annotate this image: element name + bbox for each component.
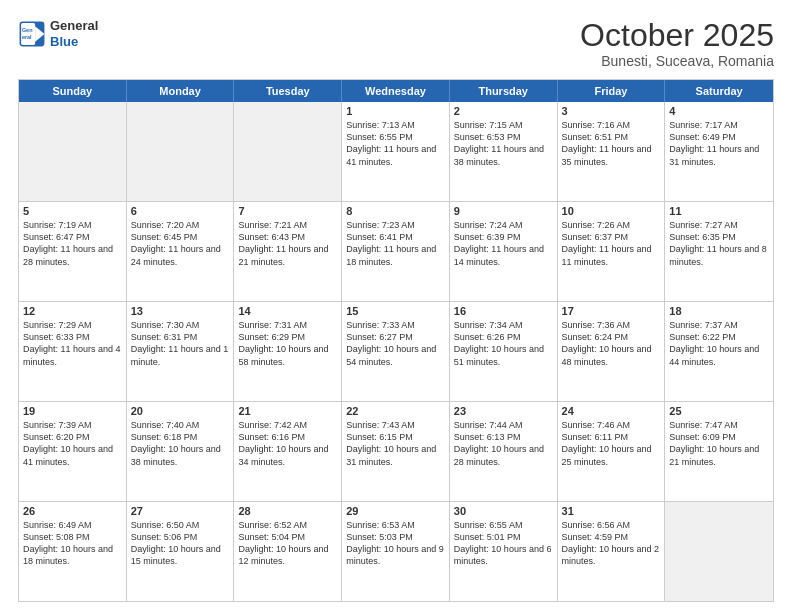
- cell-content: Sunrise: 7:46 AM Sunset: 6:11 PM Dayligh…: [562, 419, 661, 468]
- cell-content: Sunrise: 7:19 AM Sunset: 6:47 PM Dayligh…: [23, 219, 122, 268]
- cell-content: Sunrise: 7:16 AM Sunset: 6:51 PM Dayligh…: [562, 119, 661, 168]
- day-number: 4: [669, 105, 769, 117]
- cell-content: Sunrise: 7:26 AM Sunset: 6:37 PM Dayligh…: [562, 219, 661, 268]
- calendar-cell: [234, 102, 342, 201]
- calendar-cell: 20Sunrise: 7:40 AM Sunset: 6:18 PM Dayli…: [127, 402, 235, 501]
- header: Gen eral General Blue October 2025 Bunes…: [18, 18, 774, 69]
- calendar-cell: 5Sunrise: 7:19 AM Sunset: 6:47 PM Daylig…: [19, 202, 127, 301]
- calendar-row-3: 19Sunrise: 7:39 AM Sunset: 6:20 PM Dayli…: [19, 401, 773, 501]
- header-day-sunday: Sunday: [19, 80, 127, 102]
- calendar-cell: 8Sunrise: 7:23 AM Sunset: 6:41 PM Daylig…: [342, 202, 450, 301]
- day-number: 13: [131, 305, 230, 317]
- cell-content: Sunrise: 7:17 AM Sunset: 6:49 PM Dayligh…: [669, 119, 769, 168]
- calendar-cell: 29Sunrise: 6:53 AM Sunset: 5:03 PM Dayli…: [342, 502, 450, 601]
- day-number: 21: [238, 405, 337, 417]
- calendar-cell: 26Sunrise: 6:49 AM Sunset: 5:08 PM Dayli…: [19, 502, 127, 601]
- cell-content: Sunrise: 6:55 AM Sunset: 5:01 PM Dayligh…: [454, 519, 553, 568]
- calendar-cell: 18Sunrise: 7:37 AM Sunset: 6:22 PM Dayli…: [665, 302, 773, 401]
- calendar-cell: 21Sunrise: 7:42 AM Sunset: 6:16 PM Dayli…: [234, 402, 342, 501]
- calendar-cell: 30Sunrise: 6:55 AM Sunset: 5:01 PM Dayli…: [450, 502, 558, 601]
- calendar-cell: 28Sunrise: 6:52 AM Sunset: 5:04 PM Dayli…: [234, 502, 342, 601]
- day-number: 6: [131, 205, 230, 217]
- cell-content: Sunrise: 7:15 AM Sunset: 6:53 PM Dayligh…: [454, 119, 553, 168]
- calendar-cell: [127, 102, 235, 201]
- calendar-cell: 12Sunrise: 7:29 AM Sunset: 6:33 PM Dayli…: [19, 302, 127, 401]
- month-title: October 2025: [580, 18, 774, 53]
- calendar-cell: 16Sunrise: 7:34 AM Sunset: 6:26 PM Dayli…: [450, 302, 558, 401]
- day-number: 27: [131, 505, 230, 517]
- cell-content: Sunrise: 7:34 AM Sunset: 6:26 PM Dayligh…: [454, 319, 553, 368]
- location-subtitle: Bunesti, Suceava, Romania: [580, 53, 774, 69]
- calendar-body: 1Sunrise: 7:13 AM Sunset: 6:55 PM Daylig…: [19, 102, 773, 601]
- cell-content: Sunrise: 7:39 AM Sunset: 6:20 PM Dayligh…: [23, 419, 122, 468]
- calendar-cell: 10Sunrise: 7:26 AM Sunset: 6:37 PM Dayli…: [558, 202, 666, 301]
- calendar-cell: 19Sunrise: 7:39 AM Sunset: 6:20 PM Dayli…: [19, 402, 127, 501]
- cell-content: Sunrise: 7:30 AM Sunset: 6:31 PM Dayligh…: [131, 319, 230, 368]
- calendar-cell: 13Sunrise: 7:30 AM Sunset: 6:31 PM Dayli…: [127, 302, 235, 401]
- calendar-cell: 23Sunrise: 7:44 AM Sunset: 6:13 PM Dayli…: [450, 402, 558, 501]
- cell-content: Sunrise: 6:52 AM Sunset: 5:04 PM Dayligh…: [238, 519, 337, 568]
- day-number: 5: [23, 205, 122, 217]
- calendar: SundayMondayTuesdayWednesdayThursdayFrid…: [18, 79, 774, 602]
- day-number: 24: [562, 405, 661, 417]
- svg-text:eral: eral: [22, 34, 32, 40]
- calendar-row-2: 12Sunrise: 7:29 AM Sunset: 6:33 PM Dayli…: [19, 301, 773, 401]
- day-number: 10: [562, 205, 661, 217]
- day-number: 28: [238, 505, 337, 517]
- calendar-cell: 15Sunrise: 7:33 AM Sunset: 6:27 PM Dayli…: [342, 302, 450, 401]
- logo-line1: General: [50, 18, 98, 33]
- cell-content: Sunrise: 7:24 AM Sunset: 6:39 PM Dayligh…: [454, 219, 553, 268]
- calendar-cell: 1Sunrise: 7:13 AM Sunset: 6:55 PM Daylig…: [342, 102, 450, 201]
- calendar-row-0: 1Sunrise: 7:13 AM Sunset: 6:55 PM Daylig…: [19, 102, 773, 201]
- cell-content: Sunrise: 7:37 AM Sunset: 6:22 PM Dayligh…: [669, 319, 769, 368]
- calendar-cell: 27Sunrise: 6:50 AM Sunset: 5:06 PM Dayli…: [127, 502, 235, 601]
- day-number: 31: [562, 505, 661, 517]
- day-number: 9: [454, 205, 553, 217]
- day-number: 29: [346, 505, 445, 517]
- day-number: 16: [454, 305, 553, 317]
- calendar-cell: 3Sunrise: 7:16 AM Sunset: 6:51 PM Daylig…: [558, 102, 666, 201]
- calendar-cell: 24Sunrise: 7:46 AM Sunset: 6:11 PM Dayli…: [558, 402, 666, 501]
- cell-content: Sunrise: 6:53 AM Sunset: 5:03 PM Dayligh…: [346, 519, 445, 568]
- calendar-cell: 2Sunrise: 7:15 AM Sunset: 6:53 PM Daylig…: [450, 102, 558, 201]
- day-number: 22: [346, 405, 445, 417]
- cell-content: Sunrise: 7:44 AM Sunset: 6:13 PM Dayligh…: [454, 419, 553, 468]
- day-number: 23: [454, 405, 553, 417]
- header-day-saturday: Saturday: [665, 80, 773, 102]
- calendar-cell: [19, 102, 127, 201]
- calendar-cell: [665, 502, 773, 601]
- calendar-cell: 22Sunrise: 7:43 AM Sunset: 6:15 PM Dayli…: [342, 402, 450, 501]
- calendar-cell: 14Sunrise: 7:31 AM Sunset: 6:29 PM Dayli…: [234, 302, 342, 401]
- cell-content: Sunrise: 7:13 AM Sunset: 6:55 PM Dayligh…: [346, 119, 445, 168]
- day-number: 19: [23, 405, 122, 417]
- calendar-cell: 17Sunrise: 7:36 AM Sunset: 6:24 PM Dayli…: [558, 302, 666, 401]
- day-number: 11: [669, 205, 769, 217]
- calendar-cell: 9Sunrise: 7:24 AM Sunset: 6:39 PM Daylig…: [450, 202, 558, 301]
- cell-content: Sunrise: 7:27 AM Sunset: 6:35 PM Dayligh…: [669, 219, 769, 268]
- calendar-cell: 6Sunrise: 7:20 AM Sunset: 6:45 PM Daylig…: [127, 202, 235, 301]
- header-day-wednesday: Wednesday: [342, 80, 450, 102]
- cell-content: Sunrise: 7:31 AM Sunset: 6:29 PM Dayligh…: [238, 319, 337, 368]
- title-block: October 2025 Bunesti, Suceava, Romania: [580, 18, 774, 69]
- day-number: 12: [23, 305, 122, 317]
- day-number: 2: [454, 105, 553, 117]
- day-number: 15: [346, 305, 445, 317]
- cell-content: Sunrise: 7:43 AM Sunset: 6:15 PM Dayligh…: [346, 419, 445, 468]
- cell-content: Sunrise: 7:20 AM Sunset: 6:45 PM Dayligh…: [131, 219, 230, 268]
- calendar-cell: 11Sunrise: 7:27 AM Sunset: 6:35 PM Dayli…: [665, 202, 773, 301]
- svg-text:Gen: Gen: [22, 27, 33, 33]
- day-number: 25: [669, 405, 769, 417]
- calendar-row-4: 26Sunrise: 6:49 AM Sunset: 5:08 PM Dayli…: [19, 501, 773, 601]
- day-number: 26: [23, 505, 122, 517]
- day-number: 18: [669, 305, 769, 317]
- calendar-cell: 7Sunrise: 7:21 AM Sunset: 6:43 PM Daylig…: [234, 202, 342, 301]
- cell-content: Sunrise: 7:29 AM Sunset: 6:33 PM Dayligh…: [23, 319, 122, 368]
- cell-content: Sunrise: 7:42 AM Sunset: 6:16 PM Dayligh…: [238, 419, 337, 468]
- header-day-friday: Friday: [558, 80, 666, 102]
- header-day-thursday: Thursday: [450, 80, 558, 102]
- logo-line2: Blue: [50, 34, 78, 49]
- day-number: 1: [346, 105, 445, 117]
- day-number: 17: [562, 305, 661, 317]
- calendar-cell: 25Sunrise: 7:47 AM Sunset: 6:09 PM Dayli…: [665, 402, 773, 501]
- logo-text: General Blue: [50, 18, 98, 49]
